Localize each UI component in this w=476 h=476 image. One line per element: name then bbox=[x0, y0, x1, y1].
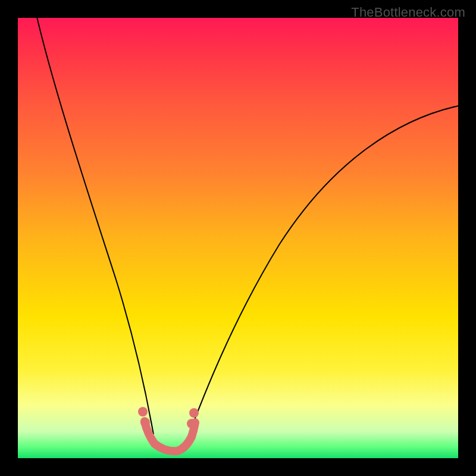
marker-dot-left-lower bbox=[140, 418, 150, 427]
curve-right-branch bbox=[186, 106, 458, 441]
outer-frame: TheBottleneck.com bbox=[0, 0, 476, 476]
watermark-text: TheBottleneck.com bbox=[351, 5, 465, 20]
curve-left-branch bbox=[36, 12, 154, 434]
marker-dot-right-upper bbox=[189, 408, 199, 418]
plot-area bbox=[18, 18, 458, 458]
curves-layer bbox=[18, 18, 458, 458]
marker-dot-left-upper bbox=[138, 407, 148, 416]
marker-dot-right-lower bbox=[187, 419, 196, 428]
